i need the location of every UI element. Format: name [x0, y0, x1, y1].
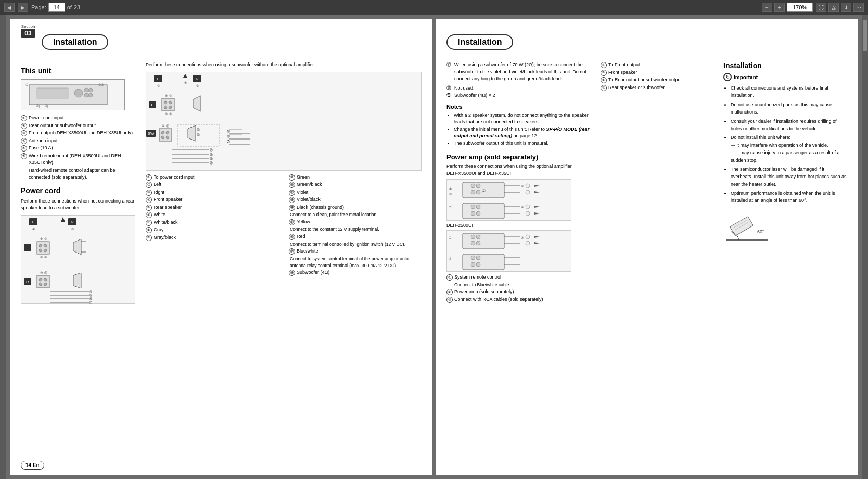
- left-content: This unit: [21, 61, 422, 307]
- list-item: Consult your dealer if installation requ…: [731, 118, 847, 133]
- notes-section: Notes With a 2 speaker system, do not co…: [446, 104, 592, 147]
- svg-rect-129: [463, 233, 504, 249]
- svg-point-66: [169, 106, 172, 109]
- section-number: 03: [21, 29, 35, 38]
- svg-marker-67: [193, 96, 201, 111]
- list-item: ⑤Fuse (10 A): [21, 145, 135, 152]
- list-item: Connect to terminal controlled by igniti…: [289, 241, 422, 248]
- svg-rect-138: [463, 254, 504, 270]
- list-item: ⑱Subwoofer (4Ω): [289, 269, 422, 276]
- svg-text:L: L: [157, 77, 160, 81]
- section-text: Section: [21, 24, 35, 29]
- svg-text:⑧: ⑧: [40, 256, 43, 259]
- unit-diagram: ① ②③ ④ ⑤: [21, 79, 125, 110]
- list-item: ⑦White/black: [146, 219, 278, 226]
- svg-point-75: [161, 131, 164, 134]
- svg-text:⑦: ⑦: [449, 206, 451, 209]
- svg-point-25: [39, 249, 42, 252]
- content-area: Section 03 Installation This unit: [0, 15, 868, 479]
- power-amp-title: Power amp (sold separately): [446, 153, 592, 161]
- svg-point-65: [164, 106, 167, 109]
- conn-list-2: ⑩Green ⑪Green/black ⑫Violet ⑬Violet/blac…: [289, 174, 422, 276]
- svg-point-2: [74, 89, 83, 97]
- subwoofer-desc: Perform these connections when using a s…: [146, 61, 422, 69]
- svg-marker-149: [534, 242, 540, 244]
- zoom-in-button[interactable]: +: [774, 3, 785, 12]
- scroll-indicator[interactable]: [863, 20, 867, 51]
- svg-marker-55: [183, 74, 187, 78]
- svg-text:⑤: ⑤: [45, 104, 47, 107]
- list-item: Connect to system control terminal of th…: [289, 256, 422, 269]
- notes-title: Notes: [446, 104, 592, 110]
- svg-point-141: [471, 262, 475, 267]
- svg-text:③: ③: [196, 84, 199, 87]
- amp-diagram-1: ② ① ③ ④: [446, 179, 571, 221]
- list-item: ②Left: [146, 181, 278, 188]
- amp-items-list: ④To Front output ⑤Front speaker ⑥To Rear…: [601, 61, 715, 91]
- subwoofer-wiring: L ② ① R ③ F: [146, 72, 422, 171]
- list-item: ②Rear output or subwoofer output: [21, 122, 135, 130]
- install-notes-list: Check all connections and systems before…: [723, 84, 847, 205]
- list-item: ⑯Red: [289, 233, 422, 241]
- svg-text:⑲: ⑲: [227, 130, 230, 133]
- svg-point-26: [44, 249, 47, 252]
- this-unit-list: ①Power cord input ②Rear output or subwoo…: [21, 115, 135, 181]
- svg-point-40: [44, 283, 47, 286]
- svg-point-132: [471, 241, 475, 245]
- list-item: Optimum performance is obtained when the…: [731, 190, 847, 205]
- page-number: 14 En: [21, 461, 44, 470]
- svg-text:SW: SW: [148, 132, 154, 135]
- svg-point-76: [166, 131, 169, 134]
- left-page: Section 03 Installation This unit: [10, 19, 432, 475]
- svg-text:⑳: ⑳: [227, 135, 230, 138]
- svg-text:⑩: ⑩: [40, 271, 43, 274]
- important-label: Important: [734, 74, 758, 80]
- svg-point-140: [476, 256, 480, 260]
- svg-text:㉑: ㉑: [227, 140, 230, 143]
- subwoofer-note-20: Not used.: [454, 85, 475, 92]
- svg-text:③: ③: [449, 193, 452, 196]
- install-title: Installation: [723, 61, 847, 70]
- zoom-out-button[interactable]: −: [762, 3, 772, 12]
- left-sidebar: [0, 15, 6, 479]
- list-item: ④Front speaker: [146, 196, 278, 204]
- list-item: ⑫Violet: [289, 189, 422, 196]
- fullscreen-button[interactable]: ⛶: [816, 3, 826, 12]
- amp-diagram-2: ① ③ ⑦: [446, 230, 571, 272]
- list-item: ⑥To Rear output or subwoofer output: [601, 77, 715, 84]
- svg-point-5: [84, 93, 88, 97]
- page-number-input[interactable]: [48, 3, 65, 12]
- svg-text:①: ①: [184, 81, 187, 84]
- list-item: Connect to the constant 12 V supply term…: [289, 226, 422, 233]
- download-button[interactable]: ⬇: [841, 3, 851, 12]
- right-sidebar: [862, 15, 868, 479]
- list-item: Do not use unauthorized parts as this ma…: [731, 101, 847, 116]
- svg-point-105: [471, 190, 475, 194]
- subwoofer-note-21: Subwoofer (4Ω) × 2: [454, 92, 495, 99]
- svg-point-115: [471, 211, 475, 216]
- conn-list-1: ①To power cord input ②Left ③Right ④Front…: [146, 174, 278, 242]
- power-cord-title: Power cord: [21, 186, 135, 195]
- more-button[interactable]: ⋯: [853, 3, 864, 12]
- wiring-svg-2: L ② ① R ③ F: [146, 72, 276, 171]
- print-button[interactable]: 🖨: [828, 3, 839, 12]
- list-item: ③Right: [146, 189, 278, 196]
- nav-forward-button[interactable]: ▶: [18, 3, 28, 12]
- page-total: 23: [74, 4, 80, 10]
- svg-rect-112: [463, 203, 504, 219]
- nav-back-button[interactable]: ◀: [4, 3, 15, 12]
- deh2500-list: ①System remote control Connect to Blue/w…: [446, 274, 592, 303]
- svg-text:60°: 60°: [757, 229, 764, 234]
- svg-marker-128: [534, 212, 540, 215]
- list-item: ⑦Rear speaker or subwoofer: [601, 84, 715, 92]
- svg-text:⑭: ⑭: [210, 148, 213, 152]
- svg-text:F: F: [151, 103, 154, 107]
- svg-rect-22: [37, 242, 49, 254]
- right-col-install: Installation ↻ Important Check all conne…: [723, 61, 847, 304]
- list-item: ⑤Rear speaker: [146, 204, 278, 211]
- zoom-input[interactable]: [787, 3, 813, 12]
- amp-svg-1: ② ① ③ ④: [447, 180, 572, 221]
- svg-point-106: [476, 190, 480, 194]
- svg-text:⑪: ⑪: [166, 124, 169, 128]
- svg-point-122: [526, 190, 530, 194]
